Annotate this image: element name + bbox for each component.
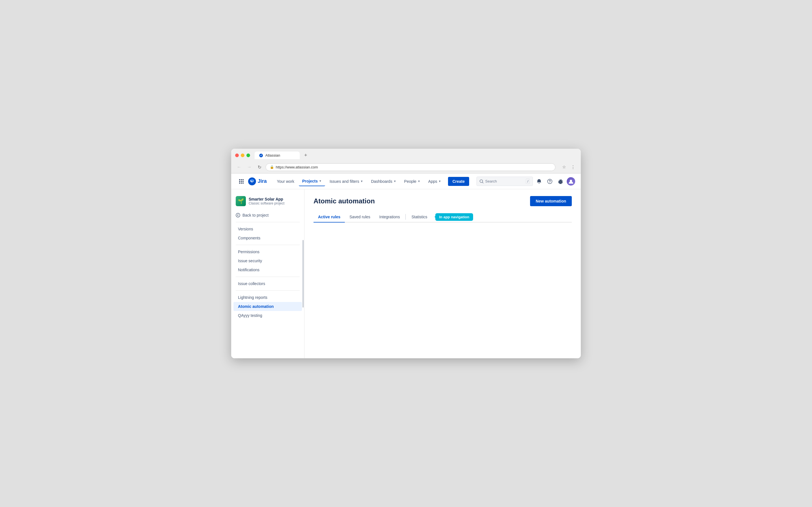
minimize-button[interactable] xyxy=(241,154,245,157)
help-button[interactable] xyxy=(545,177,554,186)
dashboards-caret: ▼ xyxy=(393,180,396,183)
close-button[interactable] xyxy=(235,154,239,157)
sidebar-item-notifications[interactable]: Notifications xyxy=(234,265,302,274)
jira-nav-items: Your work Projects ▼ Issues and filters … xyxy=(273,177,472,186)
svg-rect-1 xyxy=(241,179,242,180)
sidebar: 🌱 Smarter Solar App Classic software pro… xyxy=(231,189,305,358)
svg-rect-2 xyxy=(243,179,244,180)
tab-integrations[interactable]: Integrations xyxy=(375,212,404,223)
nav-item-projects[interactable]: Projects ▼ xyxy=(299,177,325,186)
project-info: Smarter Solar App Classic software proje… xyxy=(249,197,285,206)
sidebar-item-issue-collectors[interactable]: Issue collectors xyxy=(234,279,302,288)
new-tab-button[interactable]: + xyxy=(303,152,309,158)
content-header: Atomic automation New automation xyxy=(313,196,572,206)
tab-saved-rules[interactable]: Saved rules xyxy=(345,212,375,223)
back-nav-button[interactable]: ← xyxy=(235,163,243,171)
sidebar-item-versions[interactable]: Versions xyxy=(234,224,302,233)
issues-caret: ▼ xyxy=(360,180,363,183)
browser-window: Atlassian + ← → ↻ 🔒 https://www.atlassia… xyxy=(231,149,581,358)
new-automation-button[interactable]: New automation xyxy=(530,196,572,206)
page-title: Atomic automation xyxy=(313,197,375,205)
forward-nav-button[interactable]: → xyxy=(245,163,253,171)
svg-rect-6 xyxy=(239,182,240,184)
apps-caret: ▼ xyxy=(439,180,441,183)
back-label: Back to project xyxy=(243,213,269,217)
sidebar-item-issue-security[interactable]: Issue security xyxy=(234,256,302,265)
back-arrow-icon xyxy=(236,213,240,217)
atlassian-tab-icon xyxy=(259,154,263,158)
app-switcher-button[interactable] xyxy=(237,177,246,186)
search-bar[interactable]: Search / xyxy=(476,177,533,186)
refresh-nav-button[interactable]: ↻ xyxy=(255,163,263,171)
search-icon xyxy=(479,179,484,183)
lock-icon: 🔒 xyxy=(270,165,274,169)
sidebar-project: 🌱 Smarter Solar App Classic software pro… xyxy=(231,194,304,211)
tab-divider xyxy=(405,214,406,220)
notifications-button[interactable] xyxy=(535,177,544,186)
project-type: Classic software project xyxy=(249,202,285,205)
people-caret: ▼ xyxy=(417,180,420,183)
tabs: Active rules Saved rules Integrations St… xyxy=(313,212,572,223)
nav-right: Search / xyxy=(476,177,575,186)
sidebar-item-qayyy-testing[interactable]: QAyyy testing xyxy=(234,311,302,320)
svg-rect-8 xyxy=(243,182,244,184)
jira-logo[interactable]: Jira xyxy=(248,177,267,185)
browser-tab[interactable]: Atlassian xyxy=(255,152,300,159)
jira-nav: Jira Your work Projects ▼ Issues and fil… xyxy=(231,173,581,189)
menu-button[interactable]: ⋮ xyxy=(569,163,577,171)
content-area: Atomic automation New automation Active … xyxy=(305,189,581,358)
project-name: Smarter Solar App xyxy=(249,197,285,202)
sidebar-divider-4 xyxy=(236,290,300,291)
sidebar-item-permissions[interactable]: Permissions xyxy=(234,247,302,256)
sidebar-divider-3 xyxy=(236,277,300,277)
maximize-button[interactable] xyxy=(246,154,250,157)
tab-statistics[interactable]: Statistics xyxy=(407,212,432,223)
nav-item-issues[interactable]: Issues and filters ▼ xyxy=(326,177,366,186)
nav-item-people[interactable]: People ▼ xyxy=(401,177,424,186)
in-app-navigation-badge: In app navigation xyxy=(435,213,473,221)
nav-item-dashboards[interactable]: Dashboards ▼ xyxy=(368,177,400,186)
sidebar-item-lightning-reports[interactable]: Lightning reports xyxy=(234,293,302,302)
sidebar-item-components[interactable]: Components xyxy=(234,233,302,242)
svg-rect-3 xyxy=(239,181,240,182)
browser-chrome: Atlassian + ← → ↻ 🔒 https://www.atlassia… xyxy=(231,149,581,173)
browser-actions: ☆ ⋮ xyxy=(560,163,577,171)
url-text: https://www.atlassian.com xyxy=(276,165,318,169)
gear-icon xyxy=(558,179,563,184)
svg-rect-0 xyxy=(239,179,240,180)
traffic-lights xyxy=(235,154,250,157)
address-bar[interactable]: 🔒 https://www.atlassian.com xyxy=(266,163,555,171)
jira-logo-text: Jira xyxy=(258,178,267,184)
create-button[interactable]: Create xyxy=(448,177,469,186)
help-icon xyxy=(547,179,552,184)
user-avatar[interactable] xyxy=(567,177,575,186)
nav-item-your-work[interactable]: Your work xyxy=(273,177,298,186)
avatar-icon xyxy=(568,179,574,184)
projects-caret: ▼ xyxy=(319,179,322,182)
sidebar-divider-2 xyxy=(236,245,300,245)
svg-rect-4 xyxy=(241,181,242,182)
project-avatar: 🌱 xyxy=(236,196,246,206)
nav-item-apps[interactable]: Apps ▼ xyxy=(425,177,445,186)
tab-active-rules[interactable]: Active rules xyxy=(313,212,345,223)
sidebar-divider-1 xyxy=(236,222,300,222)
grid-icon xyxy=(239,179,244,184)
tab-title: Atlassian xyxy=(265,153,280,158)
main-layout: 🌱 Smarter Solar App Classic software pro… xyxy=(231,189,581,358)
settings-button[interactable] xyxy=(556,177,565,186)
sidebar-item-atomic-automation[interactable]: Atomic automation xyxy=(234,302,302,311)
svg-point-12 xyxy=(236,213,240,217)
search-shortcut: / xyxy=(526,179,530,184)
star-button[interactable]: ☆ xyxy=(560,163,568,171)
browser-nav: ← → ↻ 🔒 https://www.atlassian.com ☆ ⋮ xyxy=(235,161,577,173)
jira-logo-icon xyxy=(248,177,256,185)
svg-rect-5 xyxy=(243,181,244,182)
svg-rect-7 xyxy=(241,182,242,184)
browser-top: Atlassian + xyxy=(235,152,577,159)
sidebar-scrollbar[interactable] xyxy=(303,240,304,307)
bell-icon xyxy=(537,179,542,184)
back-to-project[interactable]: Back to project xyxy=(231,211,304,220)
